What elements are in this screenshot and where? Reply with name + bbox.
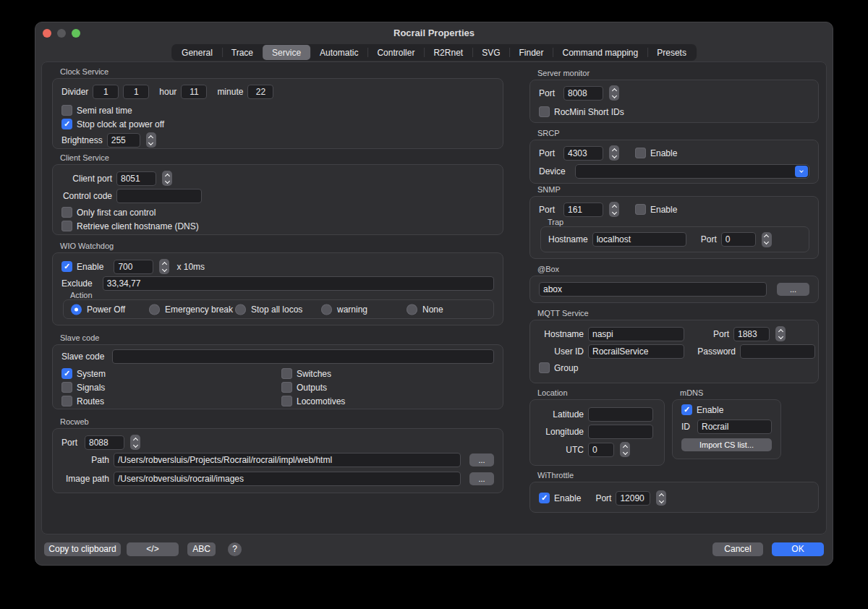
- divider1-input[interactable]: [93, 85, 119, 99]
- switches-checkbox[interactable]: [281, 368, 292, 379]
- brightness-input[interactable]: [107, 133, 140, 148]
- abox-browse-button[interactable]: ...: [777, 283, 809, 296]
- import-cs-list-button[interactable]: Import CS list...: [681, 438, 772, 451]
- rocweb-image-path-input[interactable]: [114, 472, 461, 486]
- trap-port-input[interactable]: [721, 232, 756, 247]
- mqtt-group-checkbox[interactable]: [539, 362, 550, 373]
- longitude-input[interactable]: [588, 425, 653, 439]
- tab-general[interactable]: General: [172, 45, 222, 60]
- withrottle-group-title: WiThrottle: [537, 471, 574, 480]
- snmp-group: SNMP Port Enable Trap Hostname Port: [529, 196, 819, 259]
- mqtt-group-label: Group: [554, 363, 578, 373]
- tab-finder[interactable]: Finder: [509, 45, 553, 60]
- action-power-off-radio[interactable]: Power Off: [71, 304, 125, 315]
- system-checkbox[interactable]: [61, 368, 72, 379]
- wio-enable-checkbox[interactable]: [61, 261, 72, 272]
- client-port-stepper[interactable]: [162, 171, 172, 186]
- tab-service[interactable]: Service: [263, 45, 310, 60]
- locomotives-checkbox[interactable]: [281, 396, 292, 406]
- hour-input[interactable]: [181, 85, 207, 99]
- control-code-input[interactable]: [116, 189, 202, 203]
- mqtt-password-input[interactable]: [740, 344, 815, 359]
- mqtt-port-stepper[interactable]: [775, 326, 786, 341]
- server-monitor-port-label: Port: [539, 88, 555, 98]
- rocweb-path-input[interactable]: [114, 453, 461, 467]
- wio-timeout-stepper[interactable]: [159, 259, 169, 274]
- mqtt-userid-input[interactable]: [588, 344, 684, 359]
- action-emergency-break-radio[interactable]: Emergency break: [149, 304, 233, 315]
- exclude-label: Exclude: [61, 278, 93, 289]
- code-button[interactable]: </>: [127, 542, 179, 556]
- mqtt-port-input[interactable]: [733, 327, 770, 341]
- location-group: Location Latitude Longitude UTC: [529, 399, 665, 466]
- utc-stepper[interactable]: [620, 442, 630, 457]
- tab-r2rnet[interactable]: R2Rnet: [424, 45, 472, 60]
- server-monitor-port-input[interactable]: [563, 86, 603, 101]
- mdns-id-label: ID: [681, 422, 690, 432]
- chevron-down-icon[interactable]: [795, 166, 808, 177]
- signals-checkbox[interactable]: [61, 382, 72, 393]
- latitude-input[interactable]: [588, 407, 653, 422]
- routes-checkbox[interactable]: [61, 396, 72, 406]
- brightness-label: Brightness: [61, 135, 103, 145]
- rocweb-path-browse-button[interactable]: ...: [469, 453, 494, 467]
- snmp-enable-label: Enable: [650, 205, 677, 215]
- tab-command-mapping[interactable]: Command mapping: [553, 45, 647, 60]
- snmp-port-input[interactable]: [563, 203, 603, 217]
- action-none-radio[interactable]: None: [407, 304, 443, 315]
- trap-subgroup: Hostname Port: [540, 226, 809, 252]
- slave-code-input[interactable]: [112, 349, 494, 364]
- tab-trace[interactable]: Trace: [222, 45, 263, 60]
- action-warning-radio[interactable]: warning: [321, 304, 367, 315]
- minute-input[interactable]: [247, 85, 273, 99]
- only-first-checkbox[interactable]: [61, 207, 72, 218]
- tab-automatic[interactable]: Automatic: [310, 45, 367, 60]
- ok-button[interactable]: OK: [772, 542, 824, 556]
- exclude-input[interactable]: [103, 276, 494, 291]
- rocweb-port-stepper[interactable]: [130, 435, 140, 450]
- divider2-input[interactable]: [123, 85, 149, 99]
- help-button[interactable]: ?: [228, 542, 242, 556]
- server-monitor-port-stepper[interactable]: [609, 85, 619, 101]
- retrieve-hostname-checkbox[interactable]: [61, 221, 72, 231]
- srcp-enable-checkbox[interactable]: [635, 148, 646, 158]
- trap-subgroup-title: Trap: [548, 218, 563, 226]
- cancel-button[interactable]: Cancel: [712, 542, 763, 556]
- outputs-checkbox[interactable]: [281, 382, 292, 393]
- mqtt-userid-label: User ID: [539, 346, 584, 357]
- mqtt-hostname-input[interactable]: [588, 327, 684, 341]
- srcp-device-combo[interactable]: [575, 164, 809, 179]
- action-stop-all-locos-radio[interactable]: Stop all locos: [235, 304, 302, 315]
- srcp-port-stepper[interactable]: [609, 145, 619, 161]
- wio-timeout-input[interactable]: [114, 260, 153, 274]
- snmp-port-label: Port: [539, 205, 555, 215]
- snmp-port-stepper[interactable]: [609, 202, 619, 217]
- stop-clock-checkbox[interactable]: [61, 119, 72, 129]
- rocweb-image-path-browse-button[interactable]: ...: [469, 472, 494, 485]
- srcp-port-input[interactable]: [563, 146, 603, 161]
- mdns-enable-checkbox[interactable]: [681, 404, 692, 415]
- footer-bar: Copy to clipboard </> ABC ? Cancel OK: [44, 542, 824, 556]
- withrottle-enable-checkbox[interactable]: [539, 493, 550, 503]
- tab-controller[interactable]: Controller: [367, 45, 424, 60]
- semi-real-time-checkbox[interactable]: [61, 105, 72, 116]
- copy-to-clipboard-button[interactable]: Copy to clipboard: [44, 542, 121, 556]
- tab-presets[interactable]: Presets: [647, 45, 696, 60]
- snmp-enable-checkbox[interactable]: [635, 204, 646, 215]
- withrottle-port-stepper[interactable]: [656, 490, 666, 506]
- abox-input[interactable]: [539, 282, 767, 297]
- abc-button[interactable]: ABC: [187, 542, 216, 556]
- client-port-input[interactable]: [116, 171, 156, 186]
- tab-svg[interactable]: SVG: [472, 45, 509, 60]
- rocweb-port-label: Port: [61, 438, 77, 448]
- mqtt-service-group: MQTT Service Hostname Port User ID Passw…: [529, 320, 819, 383]
- utc-input[interactable]: [588, 443, 614, 457]
- mdns-id-input[interactable]: [697, 420, 772, 434]
- brightness-stepper[interactable]: [146, 132, 156, 148]
- withrottle-port-input[interactable]: [616, 491, 650, 506]
- mdns-group: mDNS Enable ID Import CS list...: [672, 399, 781, 459]
- trap-hostname-input[interactable]: [592, 232, 686, 247]
- rocweb-port-input[interactable]: [85, 435, 124, 450]
- rocmini-checkbox[interactable]: [539, 106, 550, 117]
- trap-port-stepper[interactable]: [762, 232, 772, 247]
